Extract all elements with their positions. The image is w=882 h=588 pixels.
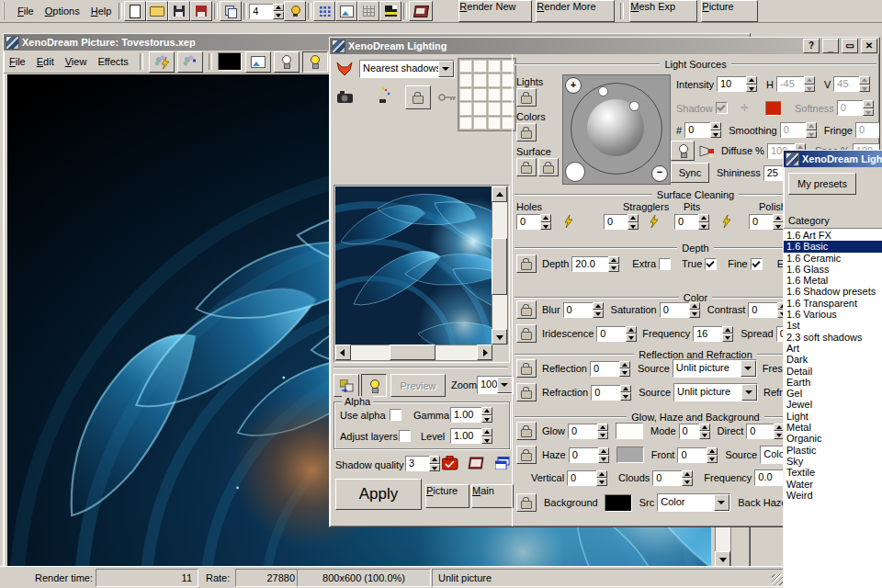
category-listbox[interactable]: 1.6 Art FX 1.6 Basic 1.6 Ceramic 1.6 Gla… [784,228,882,588]
direct-spinner[interactable]: 0 [746,424,785,439]
layer-count-spinner[interactable]: 4 [249,4,284,19]
render-new-button[interactable]: Render New [458,0,532,22]
extra-checkbox[interactable] [659,258,671,270]
shadow-quality-spinner[interactable]: 3 [405,456,440,471]
help-titlebar-button[interactable]: ? [803,39,820,53]
front-spinner[interactable]: 0 [677,447,718,463]
apply-bolt-icon[interactable] [722,215,732,229]
spin-down[interactable] [710,130,721,139]
list-item[interactable]: Metal [784,422,882,433]
save-button[interactable] [168,1,190,21]
spin-down[interactable] [593,310,604,318]
menu-help[interactable]: Help [85,4,118,18]
zoom-dropdown[interactable]: 100% [477,376,514,394]
gamma-spinner[interactable]: 1.00 [450,407,492,423]
refraction-source-dropdown[interactable]: Unlit picture [673,383,758,401]
saturation-spinner[interactable]: 0 [660,302,700,318]
spin-up[interactable] [698,214,709,222]
resize-grip[interactable] [772,574,783,585]
stragglers-spinner[interactable]: 0 [604,214,639,230]
render-settings-icon[interactable] [442,456,458,470]
list-item[interactable]: Plastic [784,445,882,456]
spin-down[interactable] [429,464,440,472]
spin-up[interactable] [682,470,693,479]
picture-nav-button[interactable]: Picture [425,484,469,508]
spin-down[interactable] [804,85,815,93]
background-color-swatch[interactable] [605,494,632,512]
list-item[interactable]: Jewel [784,399,882,410]
list-item[interactable]: Detail [784,366,882,377]
iridescence-spinner[interactable]: 0 [596,326,637,342]
spin-up[interactable] [722,326,733,334]
image-button[interactable] [335,1,357,21]
spin-down[interactable] [540,222,551,231]
menu-options[interactable]: Options [40,4,85,18]
picture-toolbar-button[interactable]: Picture [701,0,758,22]
light-off-button[interactable] [274,51,300,73]
render-more-button[interactable]: Render More [536,0,615,22]
glow-lock-button[interactable] [516,422,537,440]
spin-up[interactable] [863,100,874,108]
spin-down[interactable] [481,415,492,424]
surface-lock-button-2[interactable] [538,158,559,176]
spin-down[interactable] [481,436,492,445]
list-item[interactable]: Earth [784,377,882,388]
light-point-2[interactable] [629,101,639,111]
refraction-lock-button[interactable] [516,383,537,401]
clouds-spinner[interactable]: 0 [652,470,693,486]
light-point-1[interactable] [598,86,608,96]
haze-color-swatch[interactable] [616,447,644,463]
reflection-source-dropdown[interactable]: Unlit picture [673,359,757,378]
spin-up[interactable] [597,424,608,432]
fringe-spinner[interactable]: 0 [855,122,880,138]
vertical-spinner[interactable]: 0 [567,470,607,486]
spin-down[interactable] [682,478,693,486]
shadow-color-swatch[interactable] [765,101,782,116]
list-item[interactable]: 1st [784,320,882,331]
spin-down[interactable] [608,264,619,272]
background-lock-button[interactable] [516,493,537,512]
master-lock-button[interactable] [405,85,431,109]
spin-down[interactable] [699,431,710,439]
spin-up[interactable] [608,256,619,265]
preview-light-toggle[interactable] [361,374,387,397]
spin-up[interactable] [540,214,551,222]
picture-menu-file[interactable]: File [4,54,31,69]
spin-up[interactable] [626,326,637,334]
softness-spinner[interactable]: 0 [837,100,874,116]
preview-fractal-image[interactable] [335,187,492,345]
spin-up[interactable] [620,385,631,393]
preview-button[interactable]: Preview [390,374,446,397]
chevron-down-icon[interactable] [714,494,729,511]
spin-up[interactable] [689,302,700,311]
spin-up[interactable] [710,122,721,130]
holes-spinner[interactable]: 0 [516,214,551,230]
spin-up[interactable] [596,470,607,479]
spin-down[interactable] [619,368,630,377]
spin-up[interactable] [699,424,710,432]
list-item[interactable]: 1.6 Ceramic [784,253,882,264]
intensity-spinner[interactable]: 10 [717,76,757,92]
dots-grid-button[interactable] [313,1,335,21]
scroll-left-button[interactable] [335,345,351,360]
reflection-lock-button[interactable] [516,359,537,378]
presets-titlebar[interactable]: XenoDream Lighting [784,151,882,167]
depth-lock-button[interactable] [516,254,537,273]
scroll-up-button[interactable] [492,187,507,202]
depth-spinner[interactable]: 20.0 [571,256,619,272]
spin-down[interactable] [273,11,284,19]
shadow-mode-dropdown[interactable]: Nearest shadows [359,60,455,78]
lights-lock-button[interactable] [516,88,537,107]
chevron-down-icon[interactable] [741,384,757,401]
list-item[interactable]: Art [784,343,882,354]
picture-menu-view[interactable]: View [60,54,93,69]
background-source-dropdown[interactable]: Color [657,493,730,512]
mesh-exp-button[interactable]: Mesh Exp [629,0,697,22]
light-number-spinner[interactable]: 0 [684,122,721,138]
preview-hscrollbar[interactable] [335,345,492,361]
haze-spinner[interactable]: 0 [569,447,609,463]
spin-up[interactable] [707,447,718,456]
list-item[interactable]: Organic [784,433,882,444]
zoom-out-button[interactable]: − [651,165,668,182]
scroll-thumb[interactable] [492,238,507,295]
